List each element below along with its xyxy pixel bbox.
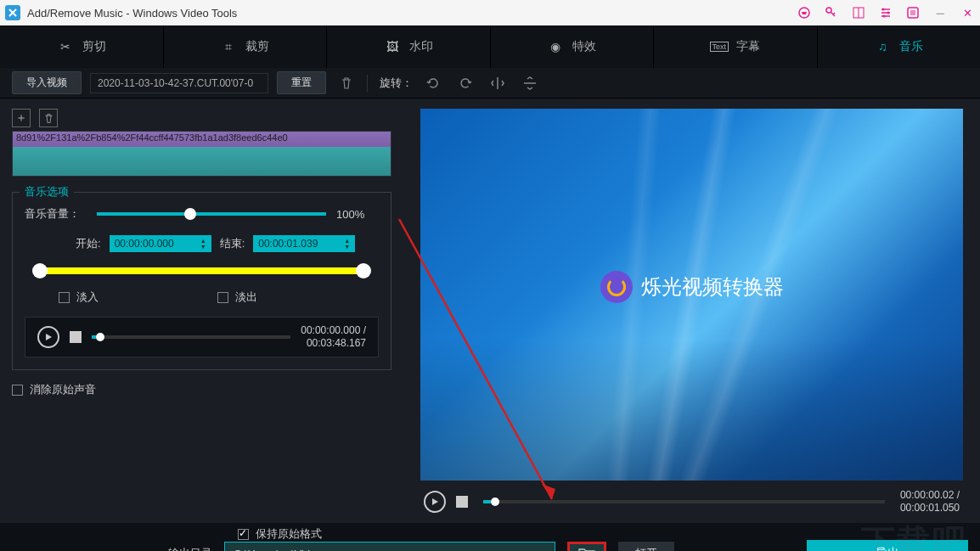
svg-point-6 bbox=[883, 15, 886, 18]
right-panel: 烁光视频转换器 00:00:00.02 /00:00:01.050 bbox=[403, 98, 980, 523]
range-handle-left[interactable] bbox=[32, 263, 48, 278]
rotate-ccw-icon[interactable] bbox=[421, 71, 445, 95]
tab-bar: ✂剪切 ⌗裁剪 🖼水印 ◉特效 Text字幕 ♫音乐 bbox=[0, 25, 980, 68]
export-button[interactable]: 导出 bbox=[807, 540, 968, 551]
audio-clip[interactable]: 8d91%2F131a%2Fb854%2Ff44ccff447573fb1a1a… bbox=[13, 132, 391, 147]
browse-folder-button[interactable] bbox=[567, 542, 606, 551]
layout-icon[interactable] bbox=[851, 5, 866, 20]
app-logo bbox=[5, 5, 20, 20]
effect-icon: ◉ bbox=[547, 38, 564, 55]
crop-icon: ⌗ bbox=[220, 38, 237, 55]
tab-crop-label: 裁剪 bbox=[245, 39, 269, 54]
tab-effect-label: 特效 bbox=[572, 39, 596, 54]
titlebar: Add/Remove Music - Windows Video Tools ─… bbox=[0, 0, 980, 25]
volume-slider[interactable] bbox=[97, 212, 326, 216]
range-handle-right[interactable] bbox=[356, 263, 371, 278]
tab-music[interactable]: ♫音乐 bbox=[818, 25, 981, 68]
start-time-label: 开始: bbox=[76, 236, 101, 251]
music-play-button[interactable] bbox=[37, 326, 59, 348]
range-slider[interactable] bbox=[40, 267, 363, 274]
volume-percent: 100% bbox=[336, 208, 379, 221]
fade-out-label: 淡出 bbox=[235, 290, 257, 305]
preview-progress-thumb[interactable] bbox=[491, 498, 499, 506]
music-progress-thumb[interactable] bbox=[96, 333, 104, 341]
rotate-label: 旋转： bbox=[380, 76, 413, 91]
fade-in-label: 淡入 bbox=[76, 290, 99, 305]
toolbar: 导入视频 2020-11-03-10-42-37.CUT.00'07-0 重置 … bbox=[0, 68, 980, 98]
svg-point-4 bbox=[882, 8, 885, 11]
tab-crop[interactable]: ⌗裁剪 bbox=[164, 25, 328, 68]
tab-effect[interactable]: ◉特效 bbox=[491, 25, 655, 68]
preview-watermark: 烁光视频转换器 bbox=[587, 264, 797, 310]
window-title: Add/Remove Music - Windows Video Tools bbox=[27, 7, 797, 20]
titlebar-controls: ─ ✕ bbox=[797, 5, 975, 20]
audio-timeline[interactable]: 8d91%2F131a%2Fb854%2Ff44ccff447573fb1a1a… bbox=[12, 131, 391, 177]
image-icon: 🖼 bbox=[384, 38, 401, 55]
fade-in-checkbox[interactable]: 淡入 bbox=[59, 290, 99, 305]
svg-point-5 bbox=[887, 12, 890, 14]
preview-player: 00:00:00.02 /00:00:01.050 bbox=[420, 481, 963, 514]
open-folder-button[interactable]: 打开 bbox=[618, 542, 674, 551]
cart-icon[interactable] bbox=[797, 5, 812, 20]
flip-vertical-icon[interactable] bbox=[518, 71, 542, 95]
minimize-button[interactable]: ─ bbox=[932, 5, 948, 20]
music-icon: ♫ bbox=[874, 38, 891, 55]
waveform bbox=[13, 147, 391, 177]
preview-progress[interactable] bbox=[483, 500, 885, 503]
watermark-logo-icon bbox=[600, 271, 633, 303]
preview-play-button[interactable] bbox=[424, 491, 446, 513]
menu-icon[interactable] bbox=[905, 5, 921, 20]
output-dir-label: 输出目录 bbox=[168, 546, 212, 551]
rotate-cw-icon[interactable] bbox=[453, 71, 477, 95]
reset-button[interactable]: 重置 bbox=[277, 71, 326, 94]
left-panel: ＋ 8d91%2F131a%2Fb854%2Ff44ccff447573fb1a… bbox=[0, 98, 403, 523]
volume-thumb[interactable] bbox=[184, 208, 196, 220]
end-time-input[interactable]: 00:00:01.039▲▼ bbox=[253, 235, 355, 252]
output-path-input[interactable]: C:\Users\pc\Videos bbox=[224, 542, 555, 551]
music-player: 00:00:00.000 /00:03:48.167 bbox=[25, 317, 379, 357]
fade-out-checkbox[interactable]: 淡出 bbox=[217, 290, 257, 305]
preview-time-display: 00:00:00.02 /00:00:01.050 bbox=[900, 489, 960, 514]
remove-original-audio-checkbox[interactable]: 消除原始声音 bbox=[12, 382, 391, 397]
bottom-bar: 保持原始格式 输出目录 C:\Users\pc\Videos 打开 导出 下载吧 bbox=[0, 523, 980, 551]
tab-watermark[interactable]: 🖼水印 bbox=[327, 25, 491, 68]
end-spinner[interactable]: ▲▼ bbox=[344, 238, 350, 250]
watermark-text: 烁光视频转换器 bbox=[641, 273, 784, 301]
tab-watermark-label: 水印 bbox=[409, 39, 433, 54]
scissors-icon: ✂ bbox=[57, 38, 74, 55]
start-time-value: 00:00:00.000 bbox=[115, 238, 174, 250]
preview-stop-button[interactable] bbox=[456, 496, 468, 508]
text-icon: Text bbox=[711, 38, 728, 55]
flip-horizontal-icon[interactable] bbox=[486, 71, 510, 95]
import-video-button[interactable]: 导入视频 bbox=[12, 71, 82, 94]
keep-format-checkbox[interactable]: 保持原始格式 bbox=[238, 526, 322, 542]
music-time-display: 00:00:00.000 /00:03:48.167 bbox=[301, 324, 366, 350]
current-file-name: 2020-11-03-10-42-37.CUT.00'07-0 bbox=[90, 73, 268, 93]
close-button[interactable]: ✕ bbox=[960, 5, 975, 20]
delete-track-button[interactable] bbox=[39, 109, 58, 127]
tab-cut-label: 剪切 bbox=[82, 39, 106, 54]
keep-format-label: 保持原始格式 bbox=[256, 526, 322, 542]
key-icon[interactable] bbox=[824, 5, 839, 20]
music-progress[interactable] bbox=[92, 335, 290, 339]
remove-original-label: 消除原始声音 bbox=[30, 382, 96, 397]
tab-music-label: 音乐 bbox=[899, 39, 923, 54]
delete-icon[interactable] bbox=[335, 71, 358, 95]
music-stop-button[interactable] bbox=[70, 331, 82, 343]
end-time-label: 结束: bbox=[220, 236, 245, 251]
start-spinner[interactable]: ▲▼ bbox=[200, 238, 206, 250]
add-track-button[interactable]: ＋ bbox=[12, 109, 31, 127]
video-preview[interactable]: 烁光视频转换器 bbox=[420, 109, 963, 481]
music-options-panel: 音乐选项 音乐音量： 100% 开始: 00:00:00.000▲▼ 结束: 0… bbox=[12, 192, 391, 370]
end-time-value: 00:00:01.039 bbox=[258, 238, 318, 250]
tab-subtitle-label: 字幕 bbox=[736, 39, 760, 54]
settings-icon[interactable] bbox=[878, 5, 893, 20]
tab-cut[interactable]: ✂剪切 bbox=[0, 25, 164, 68]
start-time-input[interactable]: 00:00:00.000▲▼ bbox=[110, 235, 211, 252]
volume-label: 音乐音量： bbox=[25, 206, 97, 222]
tab-subtitle[interactable]: Text字幕 bbox=[654, 25, 818, 68]
music-options-title: 音乐选项 bbox=[20, 184, 74, 200]
